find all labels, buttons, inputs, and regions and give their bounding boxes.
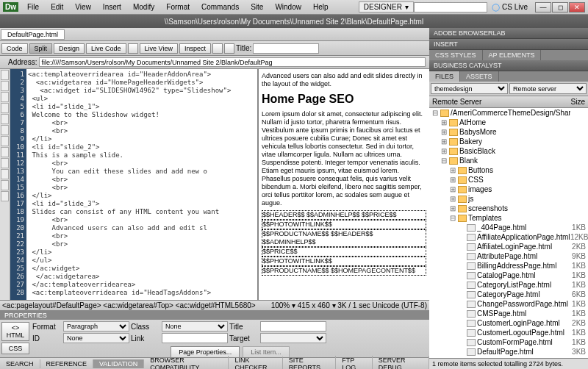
menubar: Dw File Edit View Insert Modify Format C…	[0, 0, 588, 15]
gutter-tool[interactable]	[1, 114, 9, 124]
tree-file[interactable]: CatalogPage.html1KB	[429, 271, 588, 280]
results-tab[interactable]: VALIDATION	[93, 359, 144, 368]
tree-folder[interactable]: ⊞screenshots	[429, 204, 588, 213]
tool-icon-2[interactable]	[224, 43, 234, 54]
tree-file[interactable]: _404Page.html1KB	[429, 223, 588, 232]
tool-icon[interactable]	[212, 43, 223, 54]
titlef-input[interactable]	[260, 321, 326, 332]
files-tab[interactable]: FILES	[429, 71, 460, 82]
livecode-icon[interactable]	[128, 43, 138, 54]
design-view-button[interactable]: Design	[54, 43, 85, 54]
tag-path[interactable]: <ac:pagelayout#DefaultPage> <ac:widgetar…	[2, 301, 256, 309]
menu-format[interactable]: Format	[160, 1, 196, 12]
tree-folder[interactable]: ⊟Blank	[429, 156, 588, 165]
design-preview[interactable]: Advanced users can also add and edit sli…	[259, 69, 429, 300]
tree-file[interactable]: AffiliateLoginPage.html2KB	[429, 242, 588, 251]
css-styles-tab[interactable]: CSS STYLES	[429, 50, 483, 60]
tree-file[interactable]: BillingAddressPage.html1KB	[429, 261, 588, 271]
code-editor[interactable]: <ac:templateoverridearea id="HeaderAddon…	[26, 69, 257, 300]
menu-help[interactable]: Help	[307, 1, 334, 12]
menu-insert[interactable]: Insert	[97, 1, 127, 12]
tree-file[interactable]: CustomerLoginPage.html2KB	[429, 318, 588, 328]
tree-folder[interactable]: ⊞Buttons	[429, 165, 588, 175]
tree-folder[interactable]: ⊟/AmeriCommerceThemeDesign/Shared/Themes…	[429, 108, 588, 118]
format-select[interactable]: Paragraph	[63, 321, 129, 332]
css-props-tab[interactable]: CSS	[1, 343, 29, 354]
workspace-dropdown[interactable]: DESIGNER▾	[359, 1, 414, 12]
document-tab[interactable]: DefaultPage.html	[1, 29, 65, 40]
tree-folder[interactable]: ⊟Templates	[429, 213, 588, 223]
browserlab-panel[interactable]: ADOBE BROWSERLAB	[429, 28, 588, 39]
menu-site[interactable]: Site	[245, 1, 269, 12]
tree-folder[interactable]: ⊞BasicBlack	[429, 146, 588, 156]
tree-file[interactable]: DefaultPage.html3KB	[429, 347, 588, 357]
gutter-tool[interactable]	[1, 125, 9, 135]
tree-file[interactable]: AffiliateApplicationPage.html12KB	[429, 232, 588, 242]
gutter-tool[interactable]	[1, 147, 9, 157]
insert-panel[interactable]: INSERT	[429, 39, 588, 50]
results-tab[interactable]: FTP LOG	[336, 356, 372, 370]
tree-col-name[interactable]: Remote Server	[432, 98, 571, 106]
gutter-tool[interactable]	[1, 70, 9, 80]
menu-edit[interactable]: Edit	[45, 1, 69, 12]
site-select[interactable]: themedesign	[431, 83, 508, 94]
inspect-button[interactable]: Inspect	[179, 43, 211, 54]
tree-folder[interactable]: ⊞images	[429, 184, 588, 194]
tree-file[interactable]: AttributePage.html9KB	[429, 251, 588, 261]
tree-file[interactable]: ChangePasswordPage.html1KB	[429, 299, 588, 309]
split-view-button[interactable]: Split	[29, 43, 53, 54]
ap-elements-tab[interactable]: AP ELEMENTS	[483, 50, 542, 60]
address-input[interactable]	[39, 57, 426, 67]
menu-view[interactable]: View	[69, 1, 97, 12]
tree-col-size[interactable]: Size	[571, 98, 585, 106]
gutter-tool[interactable]	[1, 81, 9, 91]
gutter-tool[interactable]	[1, 180, 9, 190]
search-input[interactable]	[414, 2, 487, 12]
tree-file[interactable]: CustomerLogoutPage.html1KB	[429, 328, 588, 337]
assets-tab[interactable]: ASSETS	[460, 71, 499, 82]
class-select[interactable]: None	[162, 321, 228, 332]
html-props-tab[interactable]: <> HTML	[1, 322, 29, 341]
results-tab[interactable]: SITE REPORTS	[283, 356, 337, 370]
view-meta[interactable]: 100% ▾ 415 x 460 ▾ 3K / 1 sec Unicode (U…	[271, 301, 427, 309]
tree-folder[interactable]: ⊞BabysMore	[429, 127, 588, 137]
tree-folder[interactable]: ⊞CSS	[429, 175, 588, 184]
code-view-button[interactable]: Code	[1, 43, 28, 54]
maximize-button[interactable]: ◻	[552, 2, 568, 12]
menu-commands[interactable]: Commands	[196, 1, 245, 12]
file-tree[interactable]: ⊟/AmeriCommerceThemeDesign/Shared/Themes…	[429, 108, 588, 358]
results-tab[interactable]: SERVER DEBUG	[373, 356, 429, 370]
gutter-tool[interactable]	[1, 158, 9, 168]
menu-file[interactable]: File	[21, 1, 45, 12]
menu-window[interactable]: Window	[269, 1, 307, 12]
tree-folder[interactable]: ⊞Bakery	[429, 137, 588, 146]
gutter-tool[interactable]	[1, 103, 9, 113]
tree-folder[interactable]: ⊞js	[429, 194, 588, 204]
gutter-tool[interactable]	[1, 191, 9, 201]
gutter-tool[interactable]	[1, 169, 9, 179]
close-button[interactable]: ✕	[569, 2, 585, 12]
tree-file[interactable]: CategoryListPage.html1KB	[429, 280, 588, 290]
results-tab[interactable]: BROWSER COMPATIBILITY	[144, 356, 229, 370]
minimize-button[interactable]: —	[535, 2, 551, 12]
liveview-button[interactable]: Live View	[140, 43, 178, 54]
link-input[interactable]	[162, 333, 228, 343]
tree-folder[interactable]: ⊞AtHome	[429, 118, 588, 127]
id-select[interactable]: None	[63, 333, 129, 343]
cslive-button[interactable]: ◯CS Live	[487, 3, 532, 11]
livecode-button[interactable]: Live Code	[86, 43, 126, 54]
business-catalyst-panel[interactable]: BUSINESS CATALYST	[429, 60, 588, 71]
connection-select[interactable]: Remote server	[509, 83, 587, 94]
code-tool-gutter	[0, 69, 10, 300]
tree-file[interactable]: CustomFormPage.html1KB	[429, 337, 588, 347]
title-input[interactable]	[253, 43, 319, 54]
target-select[interactable]	[260, 333, 326, 343]
format-label: Format	[32, 323, 62, 331]
gutter-tool[interactable]	[1, 136, 9, 146]
tree-file[interactable]: CMSPage.html1KB	[429, 309, 588, 318]
results-tab[interactable]: SEARCH	[0, 359, 40, 368]
tree-file[interactable]: CategoryPage.html6KB	[429, 290, 588, 299]
results-tab[interactable]: REFERENCE	[40, 359, 94, 368]
menu-modify[interactable]: Modify	[127, 1, 160, 12]
gutter-tool[interactable]	[1, 92, 9, 102]
